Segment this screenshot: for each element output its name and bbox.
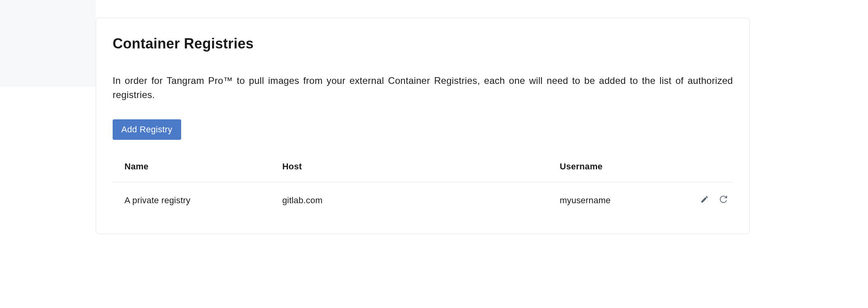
page-description: In order for Tangram Pro™ to pull images… bbox=[113, 74, 733, 102]
column-header-host: Host bbox=[271, 161, 548, 182]
cell-username: myusername bbox=[548, 182, 668, 206]
registries-card: Container Registries In order for Tangra… bbox=[96, 18, 750, 234]
main-content: Container Registries In order for Tangra… bbox=[96, 0, 868, 308]
refresh-button[interactable] bbox=[718, 195, 729, 206]
column-header-actions bbox=[668, 161, 733, 182]
cell-host: gitlab.com bbox=[271, 182, 548, 206]
refresh-icon bbox=[719, 195, 728, 206]
registries-table: Name Host Username A private registry gi… bbox=[113, 161, 733, 206]
column-header-name: Name bbox=[113, 161, 271, 182]
cell-actions bbox=[668, 182, 733, 206]
registries-table-wrap: Name Host Username A private registry gi… bbox=[113, 161, 733, 206]
table-row: A private registry gitlab.com myusername bbox=[113, 182, 733, 206]
sidebar-panel bbox=[0, 0, 96, 87]
page-title: Container Registries bbox=[113, 35, 733, 52]
column-header-username: Username bbox=[548, 161, 668, 182]
cell-name: A private registry bbox=[113, 182, 271, 206]
edit-button[interactable] bbox=[699, 195, 710, 206]
add-registry-button[interactable]: Add Registry bbox=[113, 119, 181, 140]
pencil-icon bbox=[700, 195, 709, 206]
